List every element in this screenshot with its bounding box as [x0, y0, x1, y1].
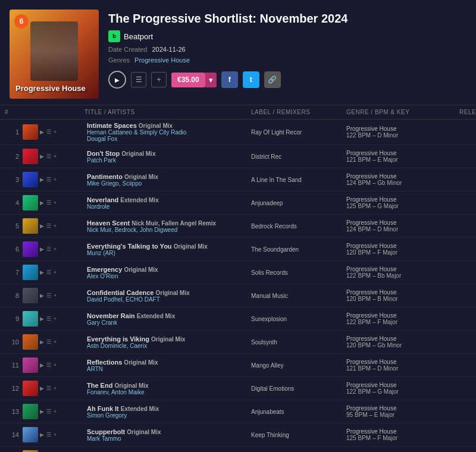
track-artist[interactable]: Hernan Cattaneo & Simply City RadioDouga… [87, 129, 249, 142]
track-queue-button[interactable]: ☰ [46, 246, 52, 253]
col-thumb [23, 109, 37, 115]
track-add-button[interactable]: + [53, 362, 57, 369]
track-thumbnail[interactable] [23, 265, 38, 280]
track-play-button[interactable]: ▶ [39, 246, 45, 253]
track-play-button[interactable]: ▶ [39, 338, 45, 346]
track-play-button[interactable]: ▶ [39, 128, 45, 136]
track-play-button[interactable]: ▶ [39, 222, 45, 230]
track-list: 1 ▶ ☰ + Intimate Spaces Original Mix Her… [0, 120, 476, 452]
price-button[interactable]: €35.00 [171, 73, 205, 87]
track-play-button[interactable]: ▶ [39, 176, 45, 183]
track-add-button[interactable]: + [53, 153, 57, 160]
track-thumbnail[interactable] [23, 149, 38, 164]
track-artist[interactable]: Munz (AR) [87, 250, 249, 256]
track-thumbnail[interactable] [23, 334, 38, 350]
track-date-price: 2024-11-08 €1.00 ▾ [459, 287, 476, 305]
track-artist[interactable]: Mark Tammo [87, 435, 249, 442]
track-queue-button[interactable]: ☰ [46, 315, 52, 322]
track-controls: ▶ ☰ + [37, 408, 84, 415]
track-add-button[interactable]: + [53, 246, 57, 253]
track-thumbnail[interactable] [23, 218, 38, 234]
add-button[interactable]: + [151, 72, 167, 87]
track-add-button[interactable]: + [53, 199, 57, 206]
track-add-button[interactable]: + [53, 269, 57, 276]
track-add-button[interactable]: + [53, 408, 57, 415]
track-thumbnail[interactable] [23, 404, 38, 419]
track-add-button[interactable]: + [53, 176, 57, 183]
track-queue-button[interactable]: ☰ [46, 199, 52, 206]
track-label: Keep Thinking [251, 432, 346, 438]
track-thumbnail[interactable] [23, 195, 38, 211]
track-artist[interactable]: Nick Muir, Bedrock, John Digweed [87, 227, 249, 233]
track-play-button[interactable]: ▶ [39, 153, 45, 160]
track-add-button[interactable]: + [53, 292, 57, 299]
track-genre-block: Progressive House 125 BPM – F Major [346, 428, 459, 441]
track-add-button[interactable]: + [53, 431, 57, 438]
track-title: Pantimento Original Mix [87, 173, 249, 180]
track-controls: ▶ ☰ + [37, 362, 84, 369]
track-queue-button[interactable]: ☰ [46, 269, 52, 276]
track-play-button[interactable]: ▶ [39, 408, 45, 415]
track-thumbnail[interactable] [23, 311, 38, 327]
track-thumbnail[interactable] [23, 381, 38, 396]
track-queue-button[interactable]: ☰ [46, 385, 52, 392]
track-play-button[interactable]: ▶ [39, 362, 45, 369]
track-queue-button[interactable]: ☰ [46, 153, 52, 160]
track-play-button[interactable]: ▶ [39, 315, 45, 322]
track-genre-name: Progressive House [346, 150, 459, 156]
track-queue-button[interactable]: ☰ [46, 292, 52, 299]
track-artist[interactable]: Simon Gregory [87, 412, 249, 419]
track-play-button[interactable]: ▶ [39, 292, 45, 299]
queue-button[interactable]: ☰ [131, 72, 146, 87]
track-artist[interactable]: Alex O'Rion [87, 273, 249, 280]
track-artist[interactable]: David Podhel, ECHO DAFT [87, 296, 249, 303]
track-queue-button[interactable]: ☰ [46, 431, 52, 438]
track-thumbnail[interactable] [23, 172, 38, 187]
track-artist[interactable]: Gary Crank [87, 319, 249, 326]
track-queue-button[interactable]: ☰ [46, 338, 52, 346]
table-row: 13 ▶ ☰ + Ah Funk It Extended Mix Simon G… [0, 400, 476, 423]
track-genre-block: Progressive House 124 BPM – Gb Minor [346, 173, 459, 186]
price-dropdown-button[interactable]: ▾ [205, 73, 217, 87]
track-genre-block: Progressive House 122 BPM – Bb Major [346, 266, 459, 279]
track-add-button[interactable]: + [53, 338, 57, 346]
track-artist[interactable]: Fonarev, Anton Maike [87, 389, 249, 396]
twitter-button[interactable]: t [243, 71, 259, 88]
track-thumbnail[interactable] [23, 357, 38, 373]
track-thumbnail[interactable] [23, 427, 38, 442]
track-add-button[interactable]: + [53, 222, 57, 230]
track-label: Solis Records [251, 269, 346, 276]
track-queue-button[interactable]: ☰ [46, 408, 52, 415]
track-artist[interactable]: ARTN [87, 366, 249, 372]
track-queue-button[interactable]: ☰ [46, 128, 52, 136]
track-mix: Original Mix [174, 243, 208, 250]
link-button[interactable]: 🔗 [264, 71, 281, 88]
track-play-button[interactable]: ▶ [39, 385, 45, 392]
track-play-button[interactable]: ▶ [39, 431, 45, 438]
track-add-button[interactable]: + [53, 128, 57, 136]
col-num: # [5, 109, 23, 115]
track-artist[interactable]: Mike Griego, Sciippo [87, 180, 249, 187]
track-play-button[interactable]: ▶ [39, 199, 45, 206]
facebook-button[interactable]: f [221, 71, 238, 88]
track-queue-button[interactable]: ☰ [46, 222, 52, 230]
track-artist[interactable]: Astn Dominicle, Caerix [87, 343, 249, 349]
track-thumbnail[interactable] [23, 124, 38, 140]
track-date-price: 2024-11-08 €1.00 ▾ [459, 147, 476, 165]
table-row: 3 ▶ ☰ + Pantimento Original Mix Mike Gri… [0, 168, 476, 192]
track-title: Neverland Extended Mix [87, 196, 249, 203]
track-queue-button[interactable]: ☰ [46, 176, 52, 183]
track-number: 13 [5, 408, 23, 415]
track-add-button[interactable]: + [53, 385, 57, 392]
track-genre-name: Progressive House [346, 173, 459, 180]
track-label: Manual Music [251, 293, 346, 299]
track-add-button[interactable]: + [53, 315, 57, 322]
track-thumbnail[interactable] [23, 288, 38, 303]
track-play-button[interactable]: ▶ [39, 269, 45, 276]
track-thumbnail[interactable] [23, 241, 38, 257]
track-artist[interactable]: Patch Park [87, 157, 249, 164]
track-artist[interactable]: Nordrole [87, 203, 249, 210]
play-button[interactable]: ▶ [108, 71, 126, 89]
track-queue-button[interactable]: ☰ [46, 362, 52, 369]
track-title: Everything is Viking Original Mix [87, 335, 249, 343]
